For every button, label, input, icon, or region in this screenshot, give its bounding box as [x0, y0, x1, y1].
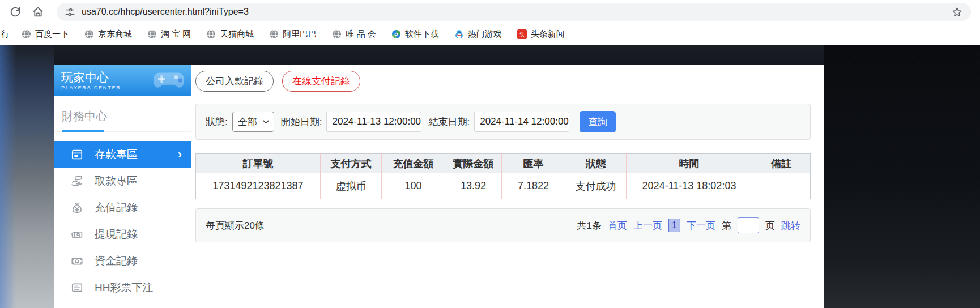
address-bar[interactable]: usa70.cc/hhcp/usercenter.html?iniType=3 — [57, 3, 971, 21]
bookmark-star-icon[interactable] — [951, 6, 963, 18]
bookmark-vip[interactable]: 唯 品 会 — [332, 29, 376, 40]
table-header-cell: 狀態 — [565, 154, 627, 173]
jump-button[interactable]: 跳转 — [781, 219, 800, 232]
user-center-card: 玩家中心 PLAYERS CENTER 財務中心 存款專區›取款專區充值記錄提現… — [54, 65, 824, 308]
globe-icon — [84, 29, 94, 39]
bookmark-software-download[interactable]: 软件下载 — [391, 29, 439, 40]
money-bag-icon — [71, 202, 83, 214]
sidebar-item-label: 資金記錄 — [95, 254, 138, 268]
table-header-cell: 支付方式 — [321, 154, 382, 173]
table-header-cell: 充值金額 — [382, 154, 445, 173]
tab-company-deposit-records[interactable]: 公司入款記錄 — [195, 71, 274, 92]
jump-label-prefix: 第 — [722, 219, 731, 232]
players-center-title: 玩家中心 — [61, 71, 121, 84]
prev-page-link[interactable]: 上一页 — [633, 219, 662, 232]
deposit-machine-icon — [71, 148, 83, 161]
bookmark-hot-games[interactable]: 热门游戏 — [454, 29, 502, 40]
table-cell: 7.1822 — [502, 173, 565, 199]
end-date-input[interactable] — [474, 112, 569, 132]
sidebar-item-hh-lottery-bets[interactable]: HH彩票下注 — [54, 274, 191, 301]
home-icon[interactable] — [32, 6, 44, 18]
bookmark-toutiao-news[interactable]: 头头条新闻 — [517, 29, 565, 40]
hand-money-icon — [71, 175, 83, 187]
chevron-right-icon: › — [178, 148, 182, 161]
table-cell — [752, 173, 811, 199]
bookmark-tmall[interactable]: 天猫商城 — [206, 29, 254, 40]
main-content: 公司入款記錄在線支付記錄 狀態: 全部 開始日期: 結束日期: 查詢 — [191, 65, 825, 308]
table-row: 1731492123821387虚拟币10013.927.1822支付成功202… — [196, 173, 811, 199]
jump-label-suffix: 页 — [765, 219, 775, 232]
chevron-down-icon — [262, 118, 270, 126]
banknote-icon — [71, 255, 83, 267]
bookmark-label: 淘 宝 网 — [161, 29, 191, 40]
table-header-cell: 匯率 — [502, 154, 565, 173]
bookmark-alibaba[interactable]: 阿里巴巴 — [269, 29, 317, 40]
finance-center-section-title: 財務中心 — [54, 96, 191, 132]
status-label: 狀態: — [206, 116, 228, 129]
table-header-cell: 實際金額 — [445, 154, 502, 173]
table-cell: 13.92 — [445, 173, 502, 199]
payment-records-table: 訂單號支付方式充值金額實際金額匯率狀態時間備註 1731492123821387… — [195, 153, 811, 199]
sidebar-item-fund-records[interactable]: 資金記錄 — [54, 247, 191, 274]
bookmark-jd[interactable]: 京东商城 — [84, 29, 132, 40]
penguin-icon — [454, 29, 464, 39]
record-tabs: 公司入款記錄在線支付記錄 — [195, 71, 811, 92]
table-cell: 虚拟币 — [321, 173, 382, 199]
bookmark-label: 天猫商城 — [220, 29, 254, 40]
table-cell: 1731492123821387 — [196, 173, 321, 199]
pinwheel-icon — [391, 29, 401, 39]
current-page-indicator[interactable]: 1 — [668, 219, 680, 232]
pagination-bar: 每頁顯示20條 共1条 首页 上一页 1 下一页 第 页 跳转 — [195, 208, 811, 242]
table-header-cell: 備註 — [752, 154, 811, 173]
sidebar-header-text: 玩家中心 PLAYERS CENTER — [61, 71, 121, 90]
bookmark-label: 头条新闻 — [531, 29, 565, 40]
gamepad-icon — [152, 70, 185, 92]
table-header-cell: 訂單號 — [196, 154, 321, 173]
first-page-link[interactable]: 首页 — [608, 219, 627, 232]
filter-bar: 狀態: 全部 開始日期: 結束日期: 查詢 — [195, 104, 811, 140]
toutiao-icon: 头 — [517, 29, 527, 39]
sidebar-menu: 存款專區›取款專區充值記錄提現記錄資金記錄HH彩票下注 — [54, 141, 191, 301]
bookmark-taobao[interactable]: 淘 宝 网 — [147, 29, 191, 40]
sidebar: 玩家中心 PLAYERS CENTER 財務中心 存款專區›取款專區充值記錄提現… — [54, 65, 191, 308]
bookmark-label: 软件下载 — [405, 29, 439, 40]
sidebar-item-withdraw-zone[interactable]: 取款專區 — [54, 168, 191, 194]
table-header-cell: 時間 — [627, 154, 752, 173]
end-date-label: 結束日期: — [428, 116, 470, 129]
list-form-icon — [71, 281, 83, 294]
pagination-controls: 共1条 首页 上一页 1 下一页 第 页 跳转 — [577, 217, 800, 233]
status-select[interactable]: 全部 — [232, 112, 274, 132]
globe-icon — [269, 29, 279, 39]
next-page-link[interactable]: 下一页 — [687, 219, 715, 232]
globe-icon — [206, 29, 216, 39]
search-button[interactable]: 查詢 — [580, 111, 616, 132]
jump-page-input[interactable] — [738, 217, 759, 233]
bookmarks-bar: 行百度一下京东商城淘 宝 网天猫商城阿里巴巴唯 品 会软件下载热门游戏头头条新闻 — [0, 24, 980, 45]
globe-icon — [147, 29, 157, 39]
reload-icon[interactable] — [9, 6, 22, 18]
bookmark-partial-left[interactable]: 行 — [1, 29, 10, 40]
total-count-text: 共1条 — [577, 219, 602, 232]
table-cell: 2024-11-13 18:02:03 — [627, 173, 752, 199]
sidebar-item-withdrawal-records[interactable]: 提現記錄 — [54, 221, 191, 247]
bookmark-label: 行 — [1, 29, 10, 40]
screen: usa70.cc/hhcp/usercenter.html?iniType=3 … — [0, 0, 980, 308]
players-center-subtitle: PLAYERS CENTER — [61, 85, 121, 91]
bookmark-label: 京东商城 — [98, 29, 132, 40]
start-date-input[interactable] — [326, 112, 421, 132]
table-cell: 100 — [382, 173, 445, 199]
start-date-label: 開始日期: — [281, 116, 322, 129]
cards-icon — [71, 228, 83, 241]
bookmark-label: 阿里巴巴 — [283, 29, 317, 40]
page-background: 玩家中心 PLAYERS CENTER 財務中心 存款專區›取款專區充值記錄提現… — [0, 45, 980, 308]
site-settings-icon[interactable] — [65, 7, 75, 18]
sidebar-item-recharge-records[interactable]: 充值記錄 — [54, 194, 191, 221]
bookmark-label: 热门游戏 — [468, 29, 502, 40]
bookmark-label: 唯 品 会 — [346, 29, 376, 40]
tab-online-payment-records[interactable]: 在線支付記錄 — [282, 71, 360, 92]
bookmark-label: 百度一下 — [35, 29, 69, 40]
sidebar-item-label: 取款專區 — [95, 174, 138, 189]
globe-icon — [332, 29, 342, 39]
bookmark-baidu[interactable]: 百度一下 — [22, 29, 69, 40]
sidebar-item-deposit-zone[interactable]: 存款專區› — [54, 141, 191, 168]
